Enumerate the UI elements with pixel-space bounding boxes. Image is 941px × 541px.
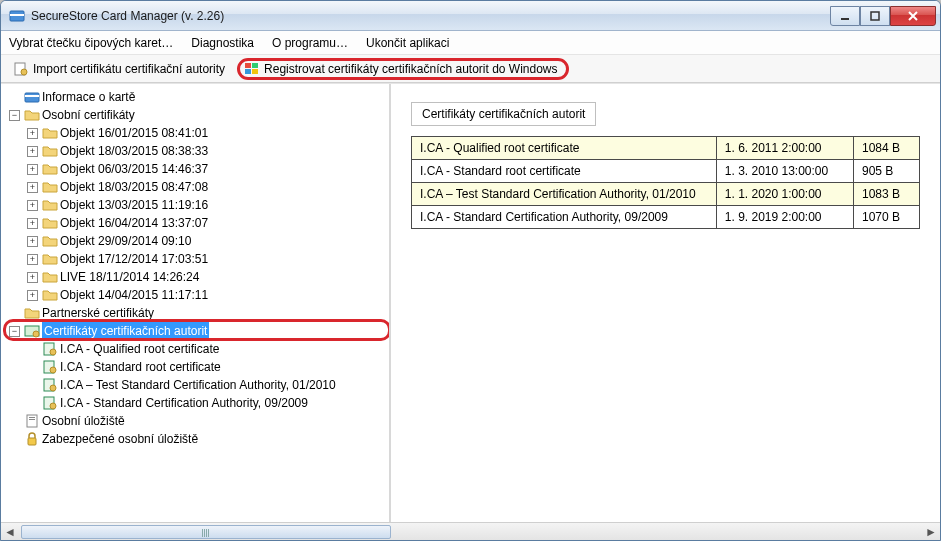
tree-object-label: Objekt 13/03/2015 11:19:16 bbox=[60, 196, 208, 214]
table-row[interactable]: I.CA – Test Standard Certification Autho… bbox=[412, 183, 920, 206]
tree-card-info-label: Informace o kartě bbox=[42, 88, 135, 106]
tree-object-item[interactable]: +Objekt 29/09/2014 09:10 bbox=[25, 232, 389, 250]
group-header: Certifikáty certifikačních autorit bbox=[411, 102, 596, 126]
expand-icon[interactable]: + bbox=[27, 182, 38, 193]
spacer bbox=[27, 344, 38, 355]
tree-object-item[interactable]: +LIVE 18/11/2014 14:26:24 bbox=[25, 268, 389, 286]
app-window: SecureStore Card Manager (v. 2.26) Vybra… bbox=[0, 0, 941, 541]
tree-secure-store[interactable]: Zabezpečené osobní úložiště bbox=[7, 430, 389, 448]
expand-icon[interactable]: + bbox=[27, 218, 38, 229]
tree-object-item[interactable]: +Objekt 17/12/2014 17:03:51 bbox=[25, 250, 389, 268]
menu-about[interactable]: O programu… bbox=[272, 36, 348, 50]
svg-rect-22 bbox=[27, 415, 37, 427]
folder-icon bbox=[42, 125, 58, 141]
svg-point-13 bbox=[33, 331, 39, 337]
expand-icon[interactable]: + bbox=[27, 146, 38, 157]
tree-object-item[interactable]: +Objekt 06/03/2015 14:46:37 bbox=[25, 160, 389, 178]
expand-icon[interactable]: + bbox=[27, 128, 38, 139]
folder-icon bbox=[42, 143, 58, 159]
table-row[interactable]: I.CA - Standard root certificate1. 3. 20… bbox=[412, 160, 920, 183]
expand-icon[interactable]: + bbox=[27, 164, 38, 175]
tree-object-item[interactable]: +Objekt 16/04/2014 13:37:07 bbox=[25, 214, 389, 232]
tree-ca-item-label: I.CA - Standard root certificate bbox=[60, 358, 221, 376]
scroll-thumb[interactable] bbox=[21, 525, 391, 539]
menu-exit[interactable]: Ukončit aplikaci bbox=[366, 36, 449, 50]
scroll-track[interactable] bbox=[19, 524, 922, 540]
svg-rect-25 bbox=[28, 438, 36, 445]
tree-object-label: Objekt 16/01/2015 08:41:01 bbox=[60, 124, 208, 142]
tree-ca-item[interactable]: I.CA - Qualified root certificate bbox=[25, 340, 389, 358]
svg-rect-7 bbox=[252, 63, 258, 68]
register-ca-certs-button[interactable]: Registrovat certifikáty certifikačních a… bbox=[237, 58, 568, 80]
tree-ca-item[interactable]: I.CA - Standard root certificate bbox=[25, 358, 389, 376]
tree-personal-certs-label: Osobní certifikáty bbox=[42, 106, 135, 124]
tree-object-item[interactable]: +Objekt 18/03/2015 08:47:08 bbox=[25, 178, 389, 196]
table-cell-name: I.CA - Standard root certificate bbox=[412, 160, 717, 183]
expand-icon[interactable]: + bbox=[27, 254, 38, 265]
certificate-folder-icon bbox=[24, 323, 40, 339]
tree-ca-item[interactable]: I.CA - Standard Certification Authority,… bbox=[25, 394, 389, 412]
svg-rect-8 bbox=[245, 69, 251, 74]
tree-object-item[interactable]: +Objekt 18/03/2015 08:38:33 bbox=[25, 142, 389, 160]
scroll-right-icon[interactable]: ► bbox=[922, 524, 940, 540]
table-cell-size: 1083 B bbox=[853, 183, 919, 206]
svg-point-5 bbox=[21, 69, 27, 75]
collapse-icon[interactable]: − bbox=[9, 326, 20, 337]
spacer bbox=[9, 434, 20, 445]
horizontal-scrollbar[interactable]: ◄ ► bbox=[1, 522, 940, 540]
tree-object-item[interactable]: +Objekt 16/01/2015 08:41:01 bbox=[25, 124, 389, 142]
group-title: Certifikáty certifikačních autorit bbox=[422, 107, 585, 121]
import-ca-cert-button[interactable]: Import certifikátu certifikační autority bbox=[7, 59, 231, 79]
expand-icon[interactable]: + bbox=[27, 200, 38, 211]
tree-partner-certs[interactable]: Partnerské certifikáty bbox=[7, 304, 389, 322]
tree-card-info[interactable]: Informace o kartě bbox=[7, 88, 389, 106]
scroll-left-icon[interactable]: ◄ bbox=[1, 524, 19, 540]
tree-personal-store[interactable]: Osobní úložiště bbox=[7, 412, 389, 430]
tree-ca-certs-label: Certifikáty certifikačních autorit bbox=[42, 322, 209, 340]
tree-object-item[interactable]: +Objekt 14/04/2015 11:17:11 bbox=[25, 286, 389, 304]
svg-point-19 bbox=[50, 385, 56, 391]
table-row[interactable]: I.CA - Qualified root certificate1. 6. 2… bbox=[412, 137, 920, 160]
tree-pane[interactable]: Informace o kartě − Osobní certifikáty +… bbox=[1, 84, 391, 522]
maximize-button[interactable] bbox=[860, 6, 890, 26]
svg-rect-2 bbox=[841, 18, 849, 20]
table-cell-date: 1. 3. 2010 13:00:00 bbox=[716, 160, 853, 183]
table-cell-name: I.CA – Test Standard Certification Autho… bbox=[412, 183, 717, 206]
expand-icon[interactable]: + bbox=[27, 236, 38, 247]
body: Informace o kartě − Osobní certifikáty +… bbox=[1, 83, 940, 522]
svg-rect-9 bbox=[252, 69, 258, 74]
tree-object-label: Objekt 06/03/2015 14:46:37 bbox=[60, 160, 208, 178]
expand-icon[interactable]: + bbox=[27, 272, 38, 283]
menu-select-reader[interactable]: Vybrat čtečku čipových karet… bbox=[9, 36, 173, 50]
folder-icon bbox=[42, 179, 58, 195]
expand-icon[interactable]: + bbox=[27, 290, 38, 301]
tree-object-label: Objekt 17/12/2014 17:03:51 bbox=[60, 250, 208, 268]
svg-point-15 bbox=[50, 349, 56, 355]
toolbar: Import certifikátu certifikační autority… bbox=[1, 55, 940, 83]
minimize-button[interactable] bbox=[830, 6, 860, 26]
certificate-icon bbox=[42, 377, 58, 393]
collapse-icon[interactable]: − bbox=[9, 110, 20, 121]
windows-flag-icon bbox=[244, 61, 260, 77]
tree-object-label: LIVE 18/11/2014 14:26:24 bbox=[60, 268, 199, 286]
table-cell-date: 1. 1. 2020 1:00:00 bbox=[716, 183, 853, 206]
register-ca-certs-label: Registrovat certifikáty certifikačních a… bbox=[264, 62, 557, 76]
table-row[interactable]: I.CA - Standard Certification Authority,… bbox=[412, 206, 920, 229]
close-button[interactable] bbox=[890, 6, 936, 26]
folder-icon bbox=[42, 215, 58, 231]
spacer bbox=[27, 362, 38, 373]
menu-diagnostics[interactable]: Diagnostika bbox=[191, 36, 254, 50]
tree-ca-certs[interactable]: − Certifikáty certifikačních autorit bbox=[7, 322, 389, 340]
svg-rect-10 bbox=[25, 93, 39, 102]
tree-ca-item-label: I.CA - Standard Certification Authority,… bbox=[60, 394, 308, 412]
tree-ca-item[interactable]: I.CA – Test Standard Certification Autho… bbox=[25, 376, 389, 394]
folder-icon bbox=[24, 305, 40, 321]
table-cell-date: 1. 9. 2019 2:00:00 bbox=[716, 206, 853, 229]
tree-object-label: Objekt 18/03/2015 08:38:33 bbox=[60, 142, 208, 160]
folder-icon bbox=[42, 251, 58, 267]
svg-point-21 bbox=[50, 403, 56, 409]
folder-icon bbox=[42, 233, 58, 249]
tree-personal-certs[interactable]: − Osobní certifikáty bbox=[7, 106, 389, 124]
tree-object-item[interactable]: +Objekt 13/03/2015 11:19:16 bbox=[25, 196, 389, 214]
folder-icon bbox=[42, 287, 58, 303]
